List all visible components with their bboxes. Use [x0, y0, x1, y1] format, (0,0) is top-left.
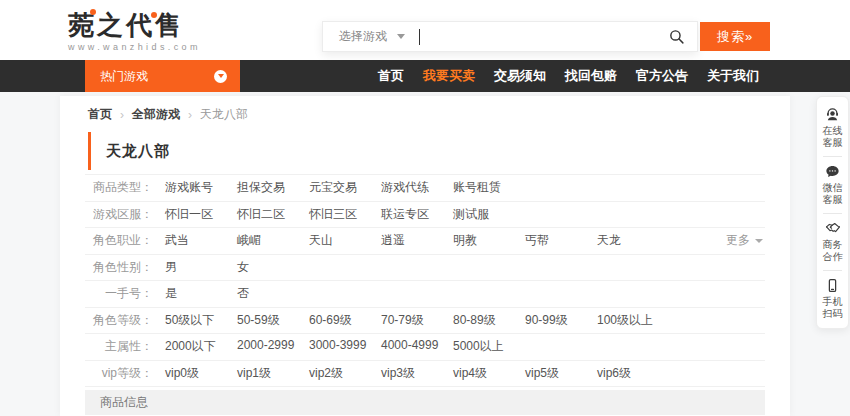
toolbar-item-online-service[interactable]: 在线 客服: [823, 107, 843, 149]
hot-games-dropdown[interactable]: 热门游戏: [85, 60, 240, 92]
filter-option[interactable]: 90-99级: [525, 312, 597, 329]
toolbar-item-business-cooperation[interactable]: 商务 合作: [823, 221, 843, 263]
filter-option[interactable]: 丐帮: [525, 232, 597, 249]
toolbar-divider: [823, 156, 842, 157]
filter-options: 2000以下2000-29993000-39994000-49995000以上: [165, 338, 525, 355]
filter-row: vip等级：vip0级vip1级vip2级vip3级vip4级vip5级vip6…: [85, 361, 765, 388]
filter-option[interactable]: vip1级: [237, 365, 309, 382]
filter-option[interactable]: vip6级: [597, 365, 669, 382]
filter-option[interactable]: 峨嵋: [237, 232, 309, 249]
filter-option[interactable]: 联运专区: [381, 206, 453, 223]
game-select-dropdown[interactable]: 选择游戏: [323, 28, 419, 45]
toolbar-item-label: 微信 客服: [823, 182, 843, 206]
filter-option[interactable]: 是: [165, 285, 237, 302]
filter-more-link[interactable]: 更多: [726, 228, 763, 254]
filter-option[interactable]: vip0级: [165, 365, 237, 382]
filter-options: 武当峨嵋天山逍遥明教丐帮天龙: [165, 232, 669, 249]
filter-option[interactable]: 4000-4999: [381, 338, 453, 355]
filter-option[interactable]: 测试服: [453, 206, 525, 223]
filter-label: 游戏区服：: [85, 206, 153, 223]
breadcrumb-item[interactable]: 首页: [88, 106, 112, 123]
filter-option[interactable]: 明教: [453, 232, 525, 249]
site-header: 菀之代售 www.wanzhids.com 选择游戏 搜索»: [0, 0, 850, 60]
search-icon[interactable]: [668, 28, 685, 45]
filter-label: 角色性别：: [85, 259, 153, 276]
filter-label: 主属性：: [85, 338, 153, 355]
nav-item-trading-notice[interactable]: 交易须知: [494, 67, 546, 85]
filter-option[interactable]: 否: [237, 285, 309, 302]
toolbar-item-label: 手机 扫码: [823, 296, 843, 320]
filter-option[interactable]: 元宝交易: [309, 179, 381, 196]
logo-domain: www.wanzhids.com: [68, 42, 201, 52]
filter-row: 角色等级：50级以下50-59级60-69级70-79级80-89级90-99级…: [85, 308, 765, 335]
nav-item-official-announcement[interactable]: 官方公告: [636, 67, 688, 85]
toolbar-item-mobile-qr-scan[interactable]: 手机 扫码: [823, 278, 843, 320]
filter-label: vip等级：: [85, 365, 153, 382]
breadcrumb: 首页›全部游戏›天龙八部: [60, 96, 790, 123]
filter-option[interactable]: 2000以下: [165, 338, 237, 355]
search-button[interactable]: 搜索»: [700, 22, 770, 51]
toolbar-item-label: 商务 合作: [823, 239, 843, 263]
hot-games-label: 热门游戏: [100, 68, 148, 85]
game-select-label: 选择游戏: [339, 28, 387, 45]
toolbar-item-wechat-service[interactable]: 微信 客服: [823, 164, 843, 206]
search-bar: 选择游戏: [322, 21, 698, 52]
breadcrumb-separator: ›: [120, 108, 124, 122]
filter-label: 商品类型：: [85, 179, 153, 196]
filter-options: 是否: [165, 285, 309, 302]
toolbar-divider: [823, 270, 842, 271]
nav-item-recover-compensate[interactable]: 找回包赔: [565, 67, 617, 85]
side-toolbar: 在线 客服微信 客服商务 合作手机 扫码: [816, 96, 849, 329]
filter-option[interactable]: vip4级: [453, 365, 525, 382]
filter-options: 怀旧一区怀旧二区怀旧三区联运专区测试服: [165, 206, 525, 223]
site-logo[interactable]: 菀之代售 www.wanzhids.com: [68, 11, 201, 52]
filter-option[interactable]: 80-89级: [453, 312, 525, 329]
filter-option[interactable]: 游戏账号: [165, 179, 237, 196]
filter-option[interactable]: 怀旧一区: [165, 206, 237, 223]
nav-item-buy-sell[interactable]: 我要买卖: [423, 67, 475, 85]
nav-item-about-us[interactable]: 关于我们: [707, 67, 759, 85]
filter-label: 角色职业：: [85, 232, 153, 249]
filter-option[interactable]: 3000-3999: [309, 338, 381, 355]
main-content-card: 首页›全部游戏›天龙八部 天龙八部 商品类型：游戏账号担保交易元宝交易游戏代练账…: [60, 96, 790, 416]
filter-option[interactable]: 70-79级: [381, 312, 453, 329]
logo-wordmark: 菀之代售: [68, 11, 201, 39]
filter-option[interactable]: vip2级: [309, 365, 381, 382]
filter-option[interactable]: 怀旧二区: [237, 206, 309, 223]
page-title: 天龙八部: [106, 142, 170, 161]
filter-label: 角色等级：: [85, 312, 153, 329]
filter-options: 50级以下50-59级60-69级70-79级80-89级90-99级100级以…: [165, 312, 669, 329]
filter-option[interactable]: 天山: [309, 232, 381, 249]
filter-option[interactable]: 女: [237, 259, 309, 276]
filter-option[interactable]: vip5级: [525, 365, 597, 382]
filter-options: 游戏账号担保交易元宝交易游戏代练账号租赁: [165, 179, 525, 196]
filter-options: vip0级vip1级vip2级vip3级vip4级vip5级vip6级: [165, 365, 669, 382]
main-nav: 热门游戏 首页我要买卖交易须知找回包赔官方公告关于我们: [0, 60, 850, 92]
filter-label: 一手号：: [85, 285, 153, 302]
filter-option[interactable]: 怀旧三区: [309, 206, 381, 223]
page: 菀之代售 www.wanzhids.com 选择游戏 搜索» 热门游戏: [0, 0, 850, 416]
filter-option[interactable]: 游戏代练: [381, 179, 453, 196]
filter-option[interactable]: vip3级: [381, 365, 453, 382]
filter-option[interactable]: 50级以下: [165, 312, 237, 329]
filter-option[interactable]: 逍遥: [381, 232, 453, 249]
logo-accent-dot-icon: [151, 12, 157, 18]
filter-option[interactable]: 100级以上: [597, 312, 669, 329]
filter-option[interactable]: 账号租赁: [453, 179, 525, 196]
filter-options: 男女: [165, 259, 309, 276]
filter-option[interactable]: 50-59级: [237, 312, 309, 329]
breadcrumb-item[interactable]: 全部游戏: [132, 106, 180, 123]
filter-row: 商品类型：游戏账号担保交易元宝交易游戏代练账号租赁: [85, 175, 765, 202]
nav-item-home[interactable]: 首页: [378, 67, 404, 85]
chevron-down-icon: [397, 34, 405, 39]
filter-row: 角色性别：男女: [85, 255, 765, 282]
filter-option[interactable]: 武当: [165, 232, 237, 249]
filter-option[interactable]: 天龙: [597, 232, 669, 249]
search-input[interactable]: [420, 22, 668, 51]
filter-option[interactable]: 60-69级: [309, 312, 381, 329]
filter-option[interactable]: 5000以上: [453, 338, 525, 355]
goods-info-label: 商品信息: [100, 394, 148, 411]
filter-option[interactable]: 2000-2999: [237, 338, 309, 355]
filter-option[interactable]: 担保交易: [237, 179, 309, 196]
filter-option[interactable]: 男: [165, 259, 237, 276]
